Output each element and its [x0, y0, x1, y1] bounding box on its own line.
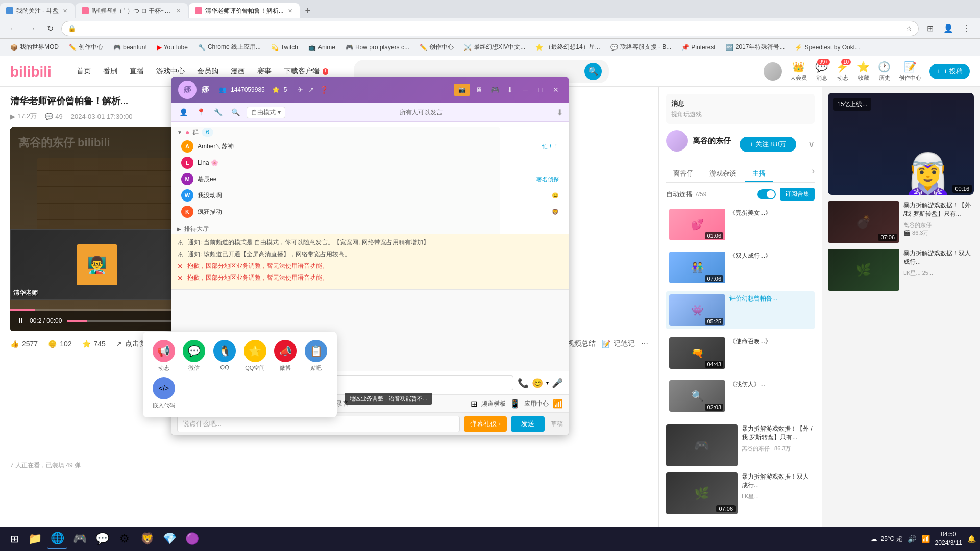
upload-button[interactable]: + + 投稿 — [929, 64, 970, 79]
rec-item-1[interactable]: 🎮 暴力拆解游戏数据！【外 /我 罗斯转盘】只有... 离谷的东仔 86.3万 — [666, 424, 815, 466]
chat-close-btn[interactable]: ✕ — [550, 84, 562, 96]
signal-icon[interactable]: 📶 — [553, 399, 563, 409]
refresh-button[interactable]: ↻ — [43, 21, 57, 36]
far-rec-2[interactable]: 🌿 暴力拆解游戏数据！双人成行... LK星... 25... — [828, 249, 974, 291]
chat-mic-icon[interactable]: 🎤 — [552, 378, 563, 389]
share-tieba[interactable]: 📋 贴吧 — [303, 340, 329, 372]
chat-mode-selector[interactable]: 自由模式 ▾ — [247, 107, 285, 118]
chat-friend-womeiga[interactable]: W 我没动啊 😐 — [177, 187, 563, 204]
bookmark-pinterest[interactable]: 📌 Pinterest — [677, 42, 719, 53]
taskbar-chrome[interactable]: 🌐 — [47, 529, 67, 549]
tab-3[interactable]: 清华老师评价曾帕鲁！解析... ✕ — [189, 3, 300, 18]
tab-2-close[interactable]: ✕ — [175, 7, 182, 15]
tab-arrow-right[interactable]: › — [812, 166, 815, 182]
chat-group-header-2[interactable]: ▶ 排待大厅 — [177, 223, 563, 234]
chat-friend-kuang[interactable]: K 疯狂描动 🦁 — [177, 204, 563, 220]
back-button[interactable]: ← — [6, 21, 20, 36]
taskbar-app3[interactable]: 💎 — [159, 529, 180, 549]
bookmark-world-mod[interactable]: 📦 我的世界MOD — [6, 41, 63, 53]
tab-guzi[interactable]: 离谷仔 — [666, 166, 700, 182]
favorite-button[interactable]: ⭐ 745 — [82, 337, 106, 351]
forward-button[interactable]: → — [24, 21, 39, 36]
chat-tool-settings[interactable]: 🔧 — [212, 106, 224, 118]
bookmark-twitch[interactable]: 📺 Anime — [304, 42, 339, 53]
bookmark-how-pro[interactable]: 🎮 How pro players c... — [341, 42, 413, 53]
app-center-icon[interactable]: 📱 — [510, 399, 520, 409]
share-dynamic[interactable]: 📢 动态 — [151, 340, 177, 372]
bookmark-creator[interactable]: ✏️ 创作中心 — [65, 41, 107, 53]
bookmark-youtube[interactable]: ▶ YouTube — [153, 42, 192, 53]
bookmark-creator2[interactable]: ✏️ 创作中心 — [415, 41, 458, 53]
video-list-item-5[interactable]: 🔍 02:03 《找伤人》... — [666, 377, 815, 415]
chat-tool-user[interactable]: 👤 — [177, 106, 189, 118]
bookmark-chrome-store[interactable]: 🔧 Chrome 线上应用... — [194, 41, 265, 53]
tab-3-close[interactable]: ✕ — [287, 7, 293, 15]
search-input[interactable]: 搜索在黎明前陈落高清 — [361, 67, 580, 76]
chat-friend-lina[interactable]: L Lina 🌸 — [177, 155, 563, 171]
search-button[interactable]: 🔍 — [584, 63, 602, 80]
bookmark-beanfun[interactable]: 🎮 beanfun! — [109, 42, 151, 53]
rec-item-2[interactable]: 🌿 07:06 暴力拆解游戏数据！双人成行... LK星... — [666, 472, 815, 514]
video-list-item-2[interactable]: 👫 07:06 《双人成行...》 — [666, 248, 815, 286]
share-qq[interactable]: 🐧 QQ — [212, 340, 237, 372]
creator-center-button[interactable]: 📝 创作中心 — [899, 61, 921, 82]
history-button[interactable]: 🕐 历史 — [878, 61, 891, 82]
bookmark-ff14[interactable]: ⚔️ 最终幻想XIV中文... — [460, 41, 529, 53]
chat-group-header-1[interactable]: ▼ ● 群 6 — [177, 126, 563, 138]
chat-share-icon[interactable]: ↗ — [308, 86, 314, 94]
taskbar-app2[interactable]: 🦁 — [137, 529, 157, 549]
video-list-item-4[interactable]: 🔫 04:43 《使命召唤...》 — [666, 334, 815, 372]
member-button[interactable]: 👑 大会员 — [790, 61, 807, 82]
danmaku-send-button[interactable]: 发送 — [511, 416, 545, 432]
nav-home[interactable]: 首页 — [71, 64, 96, 79]
video-list-item-1[interactable]: 💕 01:06 《完蛋美女...》 — [666, 206, 815, 243]
scroll-indicator[interactable]: ⬇ — [556, 108, 563, 117]
address-input[interactable]: bilibili.com/video/BV1iZ42127T4/?spm_id_… — [79, 24, 903, 32]
nav-live[interactable]: 直播 — [125, 64, 149, 79]
chat-tool-search[interactable]: 📍 — [194, 106, 207, 118]
danmaku-gift-button[interactable]: 弹幕礼仪 › — [464, 416, 507, 432]
chat-emoji2-icon[interactable]: 😊 — [532, 378, 543, 389]
taskbar-app4[interactable]: 🟣 — [182, 529, 202, 549]
share-embed[interactable]: </> 嵌入代码 — [151, 377, 177, 409]
chat-screen-btn[interactable]: 🖥 — [473, 84, 485, 96]
chat-friend-amber[interactable]: A Amber＼苏神 忙！！ — [177, 138, 563, 155]
bookmark-symbols[interactable]: 🔤 2017年特殊符号... — [722, 41, 789, 53]
chat-tool-search2[interactable]: 🔍 — [229, 106, 241, 118]
share-weibo[interactable]: 📣 微博 — [273, 340, 299, 372]
more-button[interactable]: ⋯ — [641, 336, 648, 352]
chat-minimize-btn[interactable]: ─ — [519, 84, 531, 96]
new-tab-button[interactable]: + — [301, 4, 315, 18]
expand-button[interactable]: ∨ — [808, 139, 815, 150]
tab-host[interactable]: 主播 — [745, 166, 773, 182]
coin-button[interactable]: 🪙 102 — [48, 337, 71, 351]
auto-play-toggle[interactable] — [757, 189, 776, 199]
chat-camera-btn[interactable]: 📷 — [454, 84, 470, 96]
chat-maximize-btn[interactable]: □ — [534, 84, 547, 96]
messages-button[interactable]: 💬 消息 99+ — [815, 61, 828, 82]
tab-2[interactable]: 哔哩哔哩（ ' ）つ ロ 干杯~-b... ✕ — [76, 3, 188, 18]
network-icon[interactable]: 📶 — [921, 535, 930, 543]
taskbar-wechat[interactable]: 💬 — [92, 529, 112, 549]
bookmark-speedtest[interactable]: ⚡ Speedtest by Ookl... — [791, 42, 864, 53]
share-wechat[interactable]: 💬 微信 — [182, 340, 207, 372]
bookmark-ff14-2[interactable]: ⭐ （最终幻想14）星... — [531, 41, 604, 53]
channel-panel-icon[interactable]: ⊞ — [471, 399, 477, 409]
emoji2-chevron[interactable]: ▾ — [546, 380, 549, 386]
tab-1[interactable]: 我的关注 - 斗盘 ✕ — [0, 3, 75, 18]
notification-taskbar-icon[interactable]: 🔔 — [967, 535, 976, 543]
settings-button[interactable]: ⋮ — [960, 21, 974, 36]
extensions-button[interactable]: ⊞ — [923, 21, 937, 36]
bookmark-star-icon[interactable]: ☆ — [906, 24, 912, 32]
notes-button[interactable]: 📝 记笔记 — [602, 336, 635, 352]
play-button[interactable]: ⏸ — [16, 316, 24, 325]
danmaku-placeholder[interactable]: 说点什么吧... — [177, 416, 460, 432]
tab-game-talk[interactable]: 游戏杂谈 — [702, 166, 743, 182]
chat-help-icon[interactable]: ❓ — [320, 86, 328, 94]
video-list-item-3[interactable]: 👾 05:25 评价幻想曾帕鲁... — [666, 291, 815, 329]
far-rec-1[interactable]: 💣 07:06 暴力拆解游戏数据！【外 /我 罗斯转盘】只有... 离谷的东仔 … — [828, 201, 974, 243]
nav-anime[interactable]: 番剧 — [98, 64, 122, 79]
bilibili-logo[interactable]: bilibili — [10, 62, 61, 81]
chat-call-icon[interactable]: 📞 — [518, 378, 529, 389]
address-bar[interactable]: 🔒 bilibili.com/video/BV1iZ42127T4/?spm_i… — [61, 21, 919, 36]
